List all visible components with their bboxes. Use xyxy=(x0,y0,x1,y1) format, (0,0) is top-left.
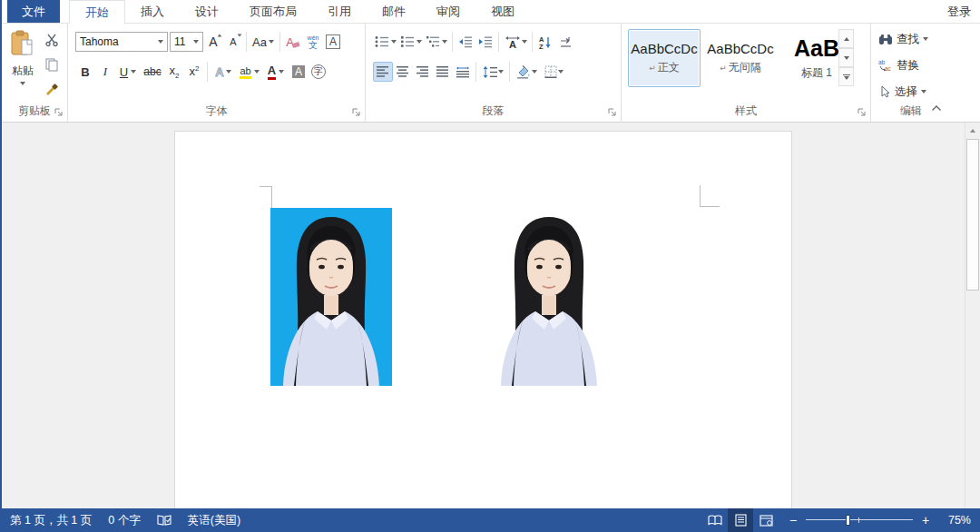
styles-more-button[interactable] xyxy=(838,67,854,86)
replace-label: 替换 xyxy=(897,58,919,74)
borders-caret-icon xyxy=(558,70,564,74)
replace-button[interactable]: ab ac 替换 xyxy=(878,56,919,74)
print-layout-button[interactable] xyxy=(728,508,753,532)
borders-button[interactable] xyxy=(540,62,567,82)
bullets-icon xyxy=(375,35,389,48)
vertical-scrollbar[interactable] xyxy=(965,123,980,508)
highlight-color-button[interactable]: ab xyxy=(236,62,263,82)
line-spacing-button[interactable] xyxy=(479,62,506,82)
collapse-ribbon-button[interactable] xyxy=(931,101,942,114)
format-painter-button[interactable] xyxy=(42,80,62,100)
paste-button[interactable]: 粘贴 xyxy=(6,29,39,96)
font-group: Tahoma 11 A A Aa xyxy=(68,24,366,122)
zoom-slider-thumb[interactable] xyxy=(846,515,850,526)
read-mode-button[interactable] xyxy=(702,508,728,532)
tab-home[interactable]: 开始 xyxy=(69,0,125,24)
distribute-button[interactable] xyxy=(453,62,473,82)
styles-dialog-launcher[interactable] xyxy=(857,107,867,118)
character-shading-button[interactable]: A xyxy=(289,62,309,82)
clipboard-dialog-launcher[interactable] xyxy=(54,107,64,118)
id-photo-white-background[interactable] xyxy=(488,208,610,386)
tab-design[interactable]: 设计 xyxy=(180,0,234,23)
font-dialog-launcher[interactable] xyxy=(351,107,362,118)
align-right-button[interactable] xyxy=(413,62,433,82)
bold-button[interactable]: B xyxy=(75,62,95,82)
decrease-indent-button[interactable] xyxy=(456,32,475,52)
subscript-button[interactable]: x2 xyxy=(164,62,184,82)
copy-button[interactable] xyxy=(42,55,62,75)
clear-formatting-button[interactable]: A xyxy=(283,32,303,52)
justify-button[interactable] xyxy=(433,62,453,82)
sort-button[interactable]: A Z xyxy=(535,32,555,52)
copy-icon xyxy=(44,57,59,74)
tab-insert[interactable]: 插入 xyxy=(125,0,180,23)
font-color-button[interactable]: A xyxy=(263,62,289,82)
tab-references[interactable]: 引用 xyxy=(312,0,367,23)
editing-group: 查找 ab ac 替换 选择 编辑 xyxy=(871,24,951,122)
multilevel-list-button[interactable] xyxy=(424,32,449,52)
text-effects-button[interactable]: A xyxy=(211,62,236,82)
web-layout-button[interactable] xyxy=(753,508,779,532)
italic-button[interactable]: I xyxy=(95,62,115,82)
page-number-status[interactable]: 第 1 页，共 1 页 xyxy=(2,508,100,532)
asian-layout-button[interactable]: A xyxy=(502,32,529,52)
tab-mailings[interactable]: 邮件 xyxy=(367,0,421,23)
bullets-button[interactable] xyxy=(373,32,398,52)
document-page[interactable] xyxy=(174,131,792,509)
select-button[interactable]: 选择 xyxy=(878,83,926,101)
margin-crop-mark-top-left xyxy=(260,186,272,208)
language-status[interactable]: 英语(美国) xyxy=(180,508,249,532)
zoom-percentage[interactable]: 75% xyxy=(938,514,971,527)
word-count-status[interactable]: 0 个字 xyxy=(100,508,148,532)
text-effects-icon: A xyxy=(215,65,223,79)
zoom-in-button[interactable]: + xyxy=(920,513,931,527)
increase-indent-button[interactable] xyxy=(475,32,495,52)
find-button[interactable]: 查找 xyxy=(878,30,928,48)
subscript-icon: x2 xyxy=(170,64,180,80)
shading-button[interactable] xyxy=(513,62,540,82)
style-normal[interactable]: AaBbCcDc ↵ 正文 xyxy=(628,29,701,87)
return-mark-icon: ↵ xyxy=(720,64,727,73)
enclose-characters-button[interactable]: 字 xyxy=(309,62,328,82)
paragraph-dialog-launcher[interactable] xyxy=(607,107,618,118)
styles-scroll-down-button[interactable] xyxy=(838,48,854,67)
underline-caret-icon xyxy=(131,70,136,74)
font-group-label: 字体 xyxy=(68,103,365,119)
character-border-button[interactable]: A xyxy=(323,32,343,52)
paragraph-group: A A Z xyxy=(366,24,622,122)
superscript-button[interactable]: x2 xyxy=(184,62,204,82)
tab-view[interactable]: 视图 xyxy=(475,0,530,23)
show-hide-marks-button[interactable] xyxy=(555,32,575,52)
style-no-spacing[interactable]: AaBbCcDc ↵ 无间隔 xyxy=(704,29,777,87)
character-shading-icon: A xyxy=(292,65,305,78)
margin-crop-mark-top-right xyxy=(700,185,720,207)
underline-button[interactable]: U xyxy=(115,62,141,82)
align-left-button[interactable] xyxy=(373,62,393,82)
zoom-out-button[interactable]: − xyxy=(788,513,799,527)
proofing-status[interactable] xyxy=(149,508,180,532)
styles-scroll-up-button[interactable] xyxy=(838,29,854,48)
select-arrow-icon xyxy=(878,85,891,98)
font-name-combo[interactable]: Tahoma xyxy=(75,32,168,52)
style-preview: AaBbCcDc xyxy=(707,41,773,56)
font-size-value: 11 xyxy=(174,35,185,48)
sign-in-button[interactable]: 登录 xyxy=(938,0,980,23)
shrink-font-button[interactable]: A xyxy=(223,32,243,52)
scrollbar-thumb[interactable] xyxy=(966,139,979,291)
shading-bucket-icon xyxy=(515,65,531,79)
scrollbar-up-button[interactable] xyxy=(965,123,980,138)
change-case-button[interactable]: Aa xyxy=(250,32,277,52)
file-tab[interactable]: 文件 xyxy=(7,0,60,23)
align-center-button[interactable] xyxy=(393,62,413,82)
cut-button[interactable] xyxy=(42,31,62,51)
phonetic-guide-button[interactable]: wén 文 xyxy=(303,32,323,52)
id-photo-blue-background[interactable] xyxy=(270,208,392,386)
tab-page-layout[interactable]: 页面布局 xyxy=(234,0,312,23)
font-size-combo[interactable]: 11 xyxy=(170,32,203,52)
tab-review[interactable]: 审阅 xyxy=(421,0,475,23)
paste-dropdown-caret-icon[interactable] xyxy=(20,82,25,85)
zoom-slider[interactable] xyxy=(806,515,913,526)
grow-font-button[interactable]: A xyxy=(203,32,223,52)
strikethrough-button[interactable]: abc xyxy=(141,62,164,82)
numbering-button[interactable] xyxy=(398,32,424,52)
